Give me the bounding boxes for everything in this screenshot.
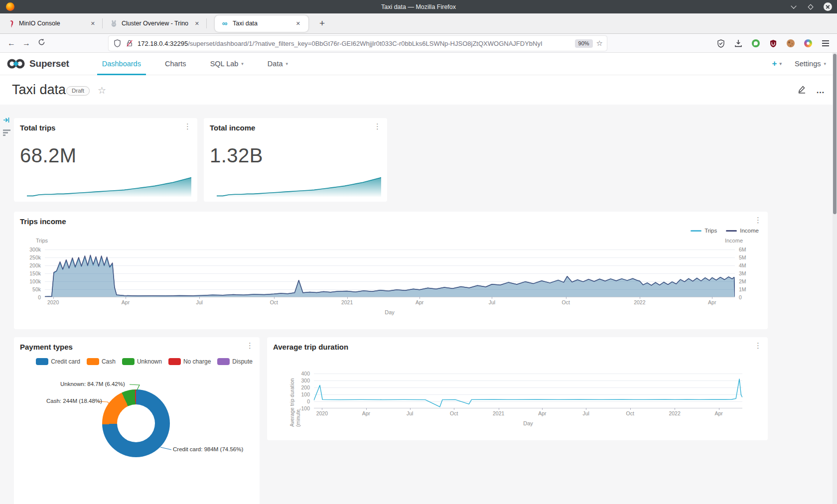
downloads-icon[interactable] <box>734 39 743 48</box>
tab-close-icon[interactable]: ✕ <box>193 19 201 28</box>
y-tick-label: 5M <box>739 254 746 260</box>
shield-icon[interactable] <box>113 39 122 48</box>
window-minimize-button[interactable] <box>789 2 798 11</box>
legend-item-cash[interactable]: Cash <box>87 358 116 365</box>
y-tick-label: 150k <box>29 270 41 276</box>
legend-item-no-charge[interactable]: No charge <box>168 358 211 365</box>
nav-item-data[interactable]: Data▾ <box>256 53 300 75</box>
window-maximize-button[interactable] <box>806 2 815 11</box>
avg-duration-plot <box>314 374 742 408</box>
add-new-button[interactable]: +▾ <box>772 59 782 69</box>
dashboard-kebab-icon[interactable]: … <box>816 86 825 96</box>
nav-right: +▾ Settings▾ <box>772 59 837 69</box>
chart-title: Trips income <box>20 217 66 226</box>
forward-button[interactable]: → <box>19 39 34 48</box>
dashboard-body: Total trips ⋮ 68.2M Total income ⋮ 1.32B… <box>0 105 837 504</box>
zoom-level-badge[interactable]: 90% <box>575 39 593 48</box>
left-axis-title: Trips <box>36 238 48 244</box>
tab-taxi-data[interactable]: ∞ Taxi data ✕ <box>215 15 308 32</box>
y-tick-label: 300 <box>301 378 310 383</box>
favorite-star-icon[interactable]: ☆ <box>98 85 106 96</box>
y-tick-label: 50k <box>32 286 41 292</box>
ublock-origin-icon[interactable] <box>769 39 778 48</box>
window-close-button[interactable] <box>823 2 832 11</box>
tab-separator <box>206 18 207 28</box>
tab-minio-console[interactable]: MinIO Console ✕ <box>0 13 102 34</box>
trino-bunny-icon <box>110 19 118 27</box>
back-button[interactable]: ← <box>4 39 19 48</box>
tab-title: Cluster Overview - Trino <box>122 20 189 27</box>
y-tick-label: -100 <box>299 405 310 411</box>
trips-income-plot <box>45 250 735 297</box>
scrollbar-thumb[interactable] <box>833 54 837 214</box>
lock-insecure-icon[interactable] <box>125 39 134 48</box>
multicolor-extension-icon[interactable] <box>804 39 813 48</box>
legend-item-dispute[interactable]: Dispute <box>217 358 253 365</box>
screen: { "window": { "title": "Taxi data — Mozi… <box>0 0 837 504</box>
privacy-extension-icon[interactable] <box>751 39 760 48</box>
x-axis: 2020AprJulOct2021AprJulOct2022Apr <box>314 408 742 417</box>
x-tick-label: Apr <box>416 299 423 305</box>
cookie-extension-icon[interactable] <box>786 39 795 48</box>
x-tick-label: Oct <box>450 410 458 416</box>
kebab-menu-icon[interactable]: ⋮ <box>754 341 762 350</box>
nav-item-dashboards[interactable]: Dashboards <box>90 53 153 75</box>
y-tick-label: 2M <box>739 278 746 284</box>
y-tick-label: 4M <box>739 262 746 268</box>
x-tick-label: 2022 <box>669 410 680 416</box>
bookmark-star-icon[interactable]: ☆ <box>596 39 603 48</box>
superset-logo-icon <box>6 58 25 69</box>
trend-sparkline <box>27 177 191 197</box>
chart-title: Average trip duration <box>273 343 348 351</box>
y-tick-label: 400 <box>301 371 310 377</box>
tab-close-icon[interactable]: ✕ <box>89 19 97 28</box>
big-number-value: 68.2M <box>20 144 77 167</box>
new-tab-button[interactable]: + <box>312 18 332 29</box>
kebab-menu-icon[interactable]: ⋮ <box>754 216 762 224</box>
menu-hamburger-icon[interactable] <box>821 39 830 48</box>
browser-toolbar: ← → 172.18.0.4:32295/superset/dashboard/… <box>0 34 837 53</box>
x-tick-label: Oct <box>626 410 634 416</box>
y-axis-right: 6M5M4M3M2M1M0 <box>739 250 759 297</box>
x-axis: 2020AprJulOct2021AprJulOct2022Apr <box>45 297 735 306</box>
x-tick-label: 2020 <box>316 410 328 416</box>
brand-name: Superset <box>29 58 69 69</box>
chart-title: Total income <box>210 124 255 132</box>
expand-filter-bar-icon[interactable] <box>3 117 10 126</box>
window-controls <box>789 0 832 13</box>
kebab-menu-icon[interactable]: ⋮ <box>374 122 381 130</box>
url-text: 172.18.0.4:32295/superset/dashboard/1/?n… <box>138 40 571 47</box>
edit-pencil-icon[interactable] <box>798 85 806 96</box>
legend-item-credit-card[interactable]: Credit card <box>36 358 80 365</box>
kebab-menu-icon[interactable]: ⋮ <box>184 122 191 130</box>
filter-icon[interactable] <box>3 129 10 136</box>
tab-title: MinIO Console <box>19 20 85 27</box>
x-axis-title: Day <box>385 309 395 315</box>
kebab-menu-icon[interactable]: ⋮ <box>246 341 254 350</box>
reload-button[interactable] <box>34 38 49 48</box>
x-tick-label: Apr <box>362 410 370 416</box>
trend-sparkline <box>217 177 381 197</box>
superset-brand[interactable]: Superset <box>0 58 69 69</box>
y-tick-label: 300k <box>29 247 41 252</box>
y-tick-label: 1M <box>739 286 746 292</box>
nav-item-sql-lab[interactable]: SQL Lab▾ <box>198 53 256 75</box>
legend-item-unknown[interactable]: Unknown <box>122 358 162 365</box>
y-axis: 4003002001000-100 <box>295 374 310 408</box>
tab-bar: MinIO Console ✕ Cluster Overview - Trino… <box>0 13 837 34</box>
legend-item-trips[interactable]: Trips <box>691 228 717 234</box>
nav-item-charts[interactable]: Charts <box>153 53 198 75</box>
x-axis-title: Day <box>523 420 533 426</box>
tab-trino[interactable]: Cluster Overview - Trino ✕ <box>103 13 206 34</box>
pocket-shield-check-icon[interactable] <box>716 39 725 48</box>
settings-menu[interactable]: Settings▾ <box>795 60 826 68</box>
legend-item-income[interactable]: Income <box>726 228 759 234</box>
url-field[interactable]: 172.18.0.4:32295/superset/dashboard/1/?n… <box>109 36 607 51</box>
tab-close-icon[interactable]: ✕ <box>294 19 302 28</box>
y-tick-label: 0 <box>38 294 41 300</box>
x-tick-label: 2021 <box>493 410 504 416</box>
chevron-down-icon: ▾ <box>286 61 288 66</box>
chevron-down-icon: ▾ <box>241 61 244 66</box>
donut-hole <box>117 404 155 442</box>
dashboard-actions: … <box>798 85 825 96</box>
